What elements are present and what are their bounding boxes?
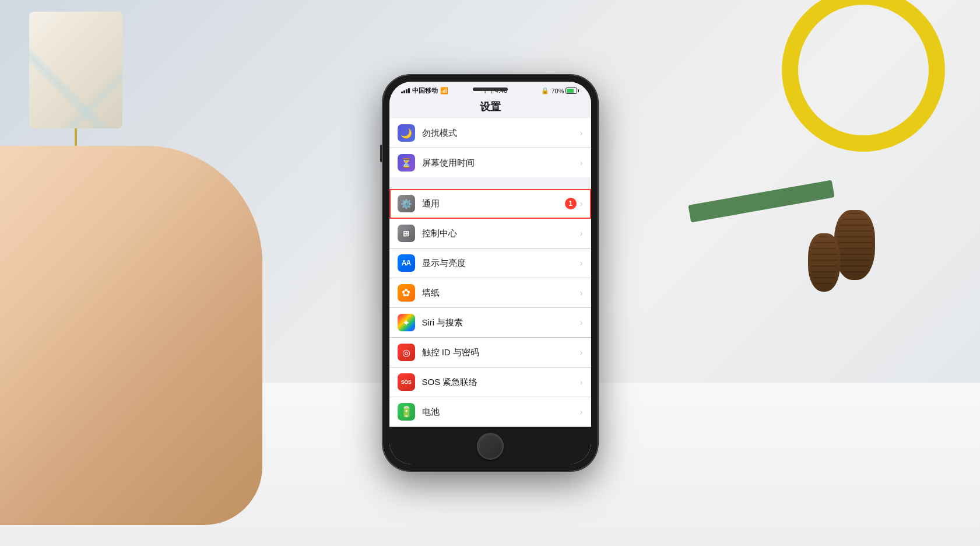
do-not-disturb-label: 勿扰模式: [422, 128, 580, 139]
general-right: 1 ›: [565, 198, 583, 209]
settings-item-do-not-disturb[interactable]: 🌙 勿扰模式 ›: [389, 118, 591, 148]
gear-icon: ⚙️: [398, 195, 415, 212]
iphone: 中国移动 📶 下午4:46 🔒 70% 设置: [382, 75, 598, 471]
chevron-icon: ›: [580, 258, 583, 268]
fingerprint-icon: ◎: [398, 344, 415, 361]
speaker: [473, 88, 508, 91]
chevron-icon: ›: [580, 407, 583, 416]
page-title: 设置: [480, 101, 501, 113]
chevron-icon: ›: [580, 318, 583, 327]
screen-time-right: ›: [580, 158, 583, 167]
signal-icon: [401, 88, 410, 93]
settings-item-siri[interactable]: ✦ Siri 与搜索 ›: [389, 308, 591, 338]
chevron-icon: ›: [580, 377, 583, 387]
home-button[interactable]: [477, 433, 504, 460]
display-label: 显示与亮度: [422, 258, 580, 269]
nav-title: 设置: [389, 97, 591, 118]
aa-icon: AA: [398, 254, 415, 272]
flower-icon: ✿: [398, 284, 415, 302]
phone-screen: 中国移动 📶 下午4:46 🔒 70% 设置: [389, 82, 591, 464]
wifi-icon: 📶: [440, 87, 448, 94]
display-right: ›: [580, 258, 583, 268]
control-center-right: ›: [580, 229, 583, 238]
chevron-icon: ›: [580, 128, 583, 138]
chevron-icon: ›: [580, 158, 583, 167]
status-right: 🔒 70%: [541, 87, 579, 94]
lock-icon: 🔒: [541, 87, 549, 94]
battery-setting-icon: 🔋: [398, 403, 415, 421]
settings-item-wallpaper[interactable]: ✿ 墙纸 ›: [389, 278, 591, 308]
battery-percent: 70%: [551, 88, 564, 94]
sos-label: SOS 紧急联络: [422, 377, 580, 388]
touch-id-label: 触控 ID 与密码: [422, 347, 580, 358]
touch-id-right: ›: [580, 348, 583, 357]
home-button-area: [389, 427, 591, 464]
settings-item-display[interactable]: AA 显示与亮度 ›: [389, 249, 591, 278]
general-label: 通用: [422, 198, 565, 209]
settings-list[interactable]: 🌙 勿扰模式 › ⏳ 屏幕使用时间 ›: [389, 118, 591, 427]
settings-item-sos[interactable]: SOS SOS 紧急联络 ›: [389, 368, 591, 397]
settings-item-touch-id[interactable]: ◎ 触控 ID 与密码 ›: [389, 338, 591, 368]
settings-item-control-center[interactable]: ⊞ 控制中心 ›: [389, 219, 591, 249]
section-1: 🌙 勿扰模式 › ⏳ 屏幕使用时间 ›: [389, 118, 591, 177]
phone-wrapper: 中国移动 📶 下午4:46 🔒 70% 设置: [382, 75, 598, 471]
settings-item-screen-time[interactable]: ⏳ 屏幕使用时间 ›: [389, 148, 591, 177]
chevron-icon: ›: [580, 229, 583, 238]
siri-right: ›: [580, 318, 583, 327]
sos-right: ›: [580, 377, 583, 387]
carrier-name: 中国移动: [412, 86, 438, 95]
chevron-icon: ›: [580, 199, 583, 208]
section-2: ⚙️ 通用 1 › ⊞ 控制中心 ›: [389, 189, 591, 427]
settings-item-battery[interactable]: 🔋 电池 ›: [389, 397, 591, 427]
sos-icon: SOS: [398, 373, 415, 391]
chevron-icon: ›: [580, 348, 583, 357]
sliders-icon: ⊞: [398, 225, 415, 242]
status-left: 中国移动 📶: [401, 86, 448, 95]
hourglass-icon: ⏳: [398, 154, 415, 172]
general-badge: 1: [565, 198, 577, 209]
moon-icon: 🌙: [398, 124, 415, 142]
wallpaper-right: ›: [580, 288, 583, 298]
chevron-icon: ›: [580, 288, 583, 298]
battery-label: 电池: [422, 407, 580, 418]
battery-right: ›: [580, 407, 583, 416]
screen-time-label: 屏幕使用时间: [422, 158, 580, 169]
settings-item-general[interactable]: ⚙️ 通用 1 ›: [389, 189, 591, 219]
pine-decoration: [689, 163, 922, 338]
siri-label: Siri 与搜索: [422, 317, 580, 328]
hand: [0, 146, 262, 525]
battery-icon: [565, 88, 579, 94]
section-gap-1: [389, 177, 591, 189]
control-center-label: 控制中心: [422, 228, 580, 239]
do-not-disturb-right: ›: [580, 128, 583, 138]
wallpaper-label: 墙纸: [422, 288, 580, 299]
siri-icon: ✦: [398, 314, 415, 331]
